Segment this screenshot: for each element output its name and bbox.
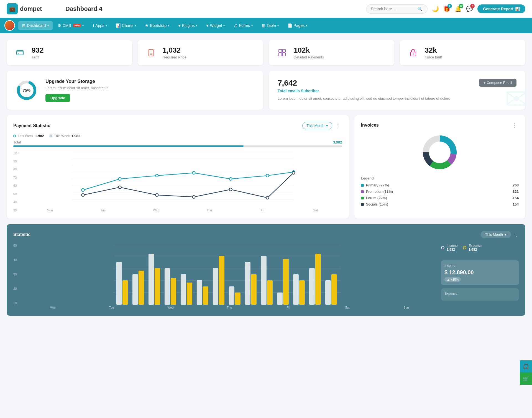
bar-y-40: 40	[13, 258, 17, 261]
svg-point-1	[18, 53, 19, 54]
svg-rect-4	[279, 49, 282, 52]
income-expense-row: Income 1.982 Expense 1.982	[441, 244, 519, 252]
storage-donut: 75%	[16, 79, 38, 101]
logo-area: 💼 dompet	[7, 3, 57, 14]
svg-point-21	[118, 178, 121, 180]
legend-left-primary: Primary (27%)	[361, 183, 389, 187]
generate-report-button[interactable]: Generate Report 📊	[477, 4, 525, 13]
legend-title: Legend	[361, 176, 519, 180]
bar-label-thu: Thu	[200, 306, 259, 309]
statistic-more-button[interactable]: ⋮	[514, 232, 519, 238]
svg-rect-7	[282, 53, 285, 56]
svg-rect-64	[277, 293, 283, 305]
upgrade-button[interactable]: Upgrade	[45, 94, 70, 102]
stat-price-info: 1,032 Required Price	[163, 46, 186, 59]
legend-row-primary: Primary (27%) 763	[361, 183, 519, 187]
expense-item: Expense 1.982	[463, 244, 482, 252]
nav-item-table[interactable]: ▦ Table ▾	[258, 21, 282, 30]
nav-item-widget[interactable]: ♥ Widget ▾	[202, 21, 229, 30]
invoices-more-button[interactable]: ⋮	[511, 122, 519, 129]
search-bar[interactable]: 🔍	[366, 4, 428, 14]
svg-point-23	[192, 171, 195, 174]
chevron-down-icon-widget: ▾	[223, 24, 225, 27]
nav-item-apps[interactable]: ℹ Apps ▾	[89, 21, 111, 30]
nav-label-charts: Charts	[122, 23, 133, 28]
payments-label: Detailed Payments	[294, 55, 324, 59]
header: 💼 dompet Dashboard 4 🔍 🌙 🎁 2 🔔 12 💬 5 Ge…	[0, 0, 532, 18]
statistic-right-panel: Income 1.982 Expense 1.982 Income $	[441, 244, 519, 309]
search-input[interactable]	[371, 7, 415, 11]
nav-item-pages[interactable]: 📄 Pages ▾	[284, 21, 311, 30]
y-label-50: 50	[13, 192, 22, 196]
line-chart-svg	[23, 151, 342, 207]
force-label: Force tariff	[425, 55, 442, 59]
legend-row-promotion: Promotion (11%) 321	[361, 189, 519, 194]
more-options-button[interactable]: ⋮	[334, 122, 342, 129]
theme-toggle-btn[interactable]: 🌙	[432, 6, 439, 12]
svg-rect-2	[149, 49, 153, 56]
svg-rect-51	[171, 278, 176, 305]
logo-icon: 💼	[7, 3, 18, 14]
storage-title: Upgrade Your Storage	[45, 79, 109, 84]
svg-rect-63	[267, 280, 273, 305]
chevron-down-icon-statistic: ▾	[505, 232, 507, 237]
svg-rect-48	[149, 254, 154, 305]
nav-item-charts[interactable]: 📊 Charts ▾	[112, 21, 140, 30]
legend-val-0: 1.982	[35, 134, 44, 138]
bar-label-mon: Mon	[23, 306, 82, 309]
svg-rect-69	[315, 254, 321, 305]
svg-rect-60	[245, 262, 250, 305]
storage-card: 75% Upgrade Your Storage Lorem ipsum dol…	[7, 71, 263, 110]
chevron-down-icon-cms: ▾	[82, 24, 84, 27]
legend-item-0: This Week 1.982	[13, 134, 44, 138]
y-label-90: 90	[13, 160, 22, 163]
nav-item-dashboard[interactable]: ⊞ Dashboard ▾	[18, 21, 53, 30]
chat-btn[interactable]: 💬 5	[466, 6, 473, 12]
total-value: 3.982	[333, 140, 342, 144]
svg-rect-46	[132, 274, 138, 305]
email-bg-icon: ✉	[505, 83, 525, 110]
nav-label-forms: Forms	[239, 23, 250, 28]
svg-point-33	[292, 171, 295, 174]
svg-rect-54	[197, 280, 202, 305]
nav-item-bootstrap[interactable]: ★ Bootstrap ▾	[141, 21, 173, 30]
nav-item-cms[interactable]: ⚙ CMS New ▾	[54, 21, 88, 30]
moon-icon: 🌙	[432, 6, 439, 12]
y-label-70: 70	[13, 176, 22, 179]
tariff-value: 932	[32, 46, 44, 55]
nav-label-cms: CMS	[63, 23, 71, 28]
svg-rect-57	[219, 256, 224, 305]
svg-point-27	[81, 194, 84, 196]
svg-rect-55	[203, 286, 208, 305]
bar-label-sat: Sat	[318, 306, 377, 309]
bell-btn[interactable]: 🔔 12	[455, 6, 462, 12]
search-icon: 🔍	[417, 6, 423, 12]
bar-label-wed: Wed	[141, 306, 200, 309]
nav-item-plugins[interactable]: ♥ Plugins ▾	[174, 21, 201, 30]
expense-label: Expense	[469, 244, 482, 248]
svg-rect-56	[213, 268, 218, 305]
total-row: Total 3.982	[13, 140, 342, 144]
statistic-controls: This Month ▾ ⋮	[481, 231, 519, 238]
svg-point-29	[155, 194, 158, 196]
chevron-down-icon-table: ▾	[277, 24, 279, 27]
nav-item-forms[interactable]: 🖨 Forms ▾	[230, 21, 257, 30]
bell-badge: 12	[459, 4, 463, 8]
y-axis-labels: 100 90 80 70 60 50 40 30	[13, 151, 22, 212]
svg-point-20	[81, 189, 84, 191]
legend-val-primary: 763	[513, 183, 519, 187]
svg-rect-71	[331, 274, 337, 305]
logo-text: dompet	[20, 5, 42, 12]
svg-rect-49	[155, 268, 160, 305]
charts-nav-icon: 📊	[116, 23, 121, 28]
gift-btn[interactable]: 🎁 2	[443, 6, 450, 12]
tariff-label: Tariff	[32, 55, 44, 59]
nav-label-bootstrap: Bootstrap	[150, 23, 167, 28]
statistic-month-button[interactable]: This Month ▾	[481, 231, 511, 238]
bar-y-10: 10	[13, 301, 17, 305]
this-month-button[interactable]: This Month ▾	[302, 122, 332, 129]
gift-badge: 2	[447, 4, 452, 8]
statistic-card: Statistic This Month ▾ ⋮ 50 40 30 20	[7, 224, 525, 316]
svg-rect-50	[165, 268, 170, 305]
chat-badge: 5	[470, 4, 475, 8]
